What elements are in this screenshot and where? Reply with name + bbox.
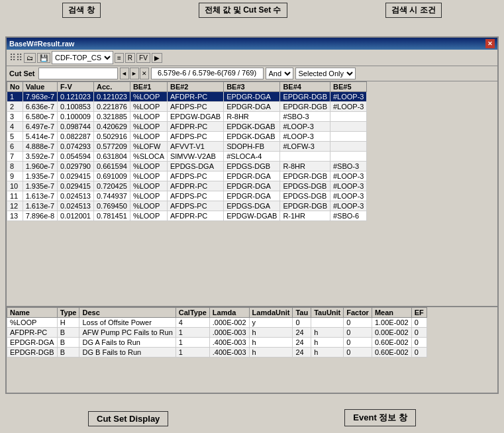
search-row: Cut Set ◄ ► ✕ 6.579e-6 / 6.579e-6(769 / … (7, 66, 497, 81)
toolbar-dropdown[interactable]: CDF-TOP_CS (52, 51, 113, 64)
event-cell-2-9: 0.60E-002 (372, 338, 411, 348)
event-col-desc: Desc (79, 308, 176, 318)
table-row[interactable]: 26.636e-70.1008530.221876%LOOPAFDPS-PCEP… (7, 102, 367, 112)
table-row[interactable]: 55.414e-70.0822870.502916%LOOPAFDPS-PCEP… (7, 132, 367, 142)
cutset-cell-0-6: EPDGR-DGA (224, 92, 280, 102)
event-cell-1-4: .000E-003 (209, 328, 249, 338)
close-button[interactable]: ✕ (485, 39, 495, 48)
cutset-table-scroll[interactable]: NoValueF-VAcc.BE#1BE#2BE#3BE#4BE#5 17.96… (7, 81, 497, 306)
cutset-cell-12-7: R-1HR (280, 211, 330, 221)
cutset-cell-11-3: 0.769450 (94, 201, 130, 211)
cutset-cell-10-8: #LOOP-3 (330, 191, 367, 201)
table-row[interactable]: 46.497e-70.0987440.420629%LOOPAFDPR-PCEP… (7, 122, 367, 132)
cutset-cell-2-2: 0.100009 (58, 112, 94, 122)
cutset-cell-5-6: SDOPH-FB (224, 142, 280, 152)
cutset-cell-10-0: 11 (7, 191, 23, 201)
cutset-cell-4-5: AFDPS-PC (167, 132, 223, 142)
toolbar-fv-btn[interactable]: FV (136, 53, 150, 63)
annotation-search-condition: 검색 시 조건 (385, 3, 442, 18)
cutset-cell-0-8: #LOOP-3 (330, 92, 367, 102)
cutset-cell-1-3: 0.221876 (94, 102, 130, 112)
list-item[interactable]: AFDPR-PCBAFW Pump PC Fails to Run1.000E-… (7, 328, 427, 338)
list-item[interactable]: EPDGR-DGABDG A Fails to Run1.400E-003h24… (7, 338, 427, 348)
table-row[interactable]: 91.935e-70.0294150.691009%LOOPAFDPS-PCEP… (7, 171, 367, 181)
list-item[interactable]: EPDGR-DGBBDG B Fails to Run1.400E-003h24… (7, 348, 427, 358)
cutset-cell-9-4: %LOOP (130, 181, 167, 191)
search-value-display: 6.579e-6 / 6.579e-6(769 / 769) (151, 68, 264, 79)
toolbar: ⠿⠿ 🗂 💾 CDF-TOP_CS ≡ R FV ▶ (7, 50, 497, 66)
search-mode-select[interactable]: Selected Only All (295, 68, 356, 79)
toolbar-list-btn[interactable]: ≡ (115, 53, 124, 63)
cutset-cell-6-8 (330, 152, 367, 162)
cutset-cell-12-1: 7.896e-8 (23, 211, 57, 221)
cutset-cell-4-2: 0.082287 (58, 132, 94, 142)
event-cell-2-6: 24 (293, 338, 311, 348)
toolbar-save-btn[interactable]: 💾 (37, 53, 50, 63)
cutset-cell-4-0: 5 (7, 132, 23, 142)
event-cell-3-8: 0 (344, 348, 372, 358)
search-condition-select[interactable]: And Or (266, 68, 293, 79)
cutset-cell-12-4: %LOOP (130, 211, 167, 221)
event-table-scroll[interactable]: NameTypeDescCalTypeLamdaLamdaUnitTauTauU… (7, 307, 497, 387)
cutset-cell-0-3: 0.121023 (94, 92, 130, 102)
table-row[interactable]: 101.935e-70.0294150.720425%LOOPAFDPR-PCE… (7, 181, 367, 191)
cutset-cell-4-4: %LOOP (130, 132, 167, 142)
cutset-cell-9-8: #LOOP-3 (330, 181, 367, 191)
cutset-cell-7-8: #SBO-3 (330, 162, 367, 171)
cutset-cell-10-7: EPDGS-DGB (280, 191, 330, 201)
list-item[interactable]: %LOOPHLoss of Offsite Power4.000E-002y00… (7, 318, 427, 328)
table-row[interactable]: 73.592e-70.0545940.631804%SLOCASIMVW-V2A… (7, 152, 367, 162)
cutset-cell-8-6: EPDGR-DGA (224, 171, 280, 181)
nav-right-btn[interactable]: ► (130, 68, 139, 79)
cutset-cell-7-7: R-8HR (280, 162, 330, 171)
event-info-label: Event 정보 창 (344, 409, 416, 426)
toolbar-grip: ⠿⠿ (9, 52, 23, 63)
cutset-cell-9-6: EPDGR-DGA (224, 181, 280, 191)
cutset-cell-3-6: EPDGK-DGAB (224, 122, 280, 132)
event-col-name: Name (7, 308, 58, 318)
bottom-annotations: Cut Set Display Event 정보 창 (0, 409, 504, 426)
cutset-cell-8-4: %LOOP (130, 171, 167, 181)
search-input[interactable] (38, 68, 118, 79)
cutset-cell-3-7: #LOOP-3 (280, 122, 330, 132)
cutset-cell-5-2: 0.074293 (58, 142, 94, 152)
cutset-cell-9-7: EPDGS-DGB (280, 181, 330, 191)
cutset-cell-2-0: 3 (7, 112, 23, 122)
table-row[interactable]: 121.613e-70.0245130.769450%LOOPAFDPS-PCE… (7, 201, 367, 211)
event-cell-1-9: 0.00E-002 (372, 328, 411, 338)
event-cell-0-3: 4 (176, 318, 209, 328)
cutset-cell-2-4: %LOOP (130, 112, 167, 122)
cutset-cell-9-5: AFDPR-PC (167, 181, 223, 191)
table-row[interactable]: 81.960e-70.0297900.661594%LOOPEPDGS-DGAE… (7, 162, 367, 171)
event-col-caltype: CalType (176, 308, 209, 318)
table-row[interactable]: 64.888e-70.0742930.577209%LOFWAFVVT-V1SD… (7, 142, 367, 152)
event-cell-0-5: y (249, 318, 293, 328)
event-cell-3-9: 0.60E-002 (372, 348, 411, 358)
table-row[interactable]: 111.613e-70.0245130.744937%LOOPAFDPS-PCE… (7, 191, 367, 201)
cutset-cell-0-1: 7.963e-7 (23, 92, 57, 102)
cutset-cell-10-6: EPDGR-DGA (224, 191, 280, 201)
table-row[interactable]: 36.580e-70.1000090.321885%LOOPEPDGW-DGAB… (7, 112, 367, 122)
toolbar-extra-btn[interactable]: ▶ (152, 53, 162, 63)
cutset-col-be1: BE#1 (130, 82, 167, 92)
cutset-cell-11-6: EPDGS-DGA (224, 201, 280, 211)
cutset-cell-11-8: #LOOP-3 (330, 201, 367, 211)
cutset-cell-10-3: 0.744937 (94, 191, 130, 201)
nav-arrows: ◄ ► ✕ (120, 68, 149, 79)
table-row[interactable]: 17.963e-70.1210230.121023%LOOPAFDPR-PCEP… (7, 92, 367, 102)
cutset-col-f-v: F-V (58, 82, 94, 92)
nav-left-btn[interactable]: ◄ (120, 68, 129, 79)
cutset-cell-5-1: 4.888e-7 (23, 142, 57, 152)
event-col-tau: Tau (293, 308, 311, 318)
event-cell-2-8: 0 (344, 338, 372, 348)
event-cell-0-0: %LOOP (7, 318, 58, 328)
cutset-cell-4-8 (330, 132, 367, 142)
nav-close-btn[interactable]: ✕ (140, 68, 149, 79)
table-row[interactable]: 137.896e-80.0120010.781451%LOOPAFDPR-PCE… (7, 211, 367, 221)
cutset-cell-1-8: #LOOP-3 (330, 102, 367, 112)
toolbar-folder-btn[interactable]: 🗂 (24, 53, 36, 63)
annotation-search-window: 검색 창 (62, 3, 100, 18)
cutset-cell-2-5: EPDGW-DGAB (167, 112, 223, 122)
cutset-cell-12-0: 13 (7, 211, 23, 221)
toolbar-r-btn[interactable]: R (125, 53, 135, 63)
